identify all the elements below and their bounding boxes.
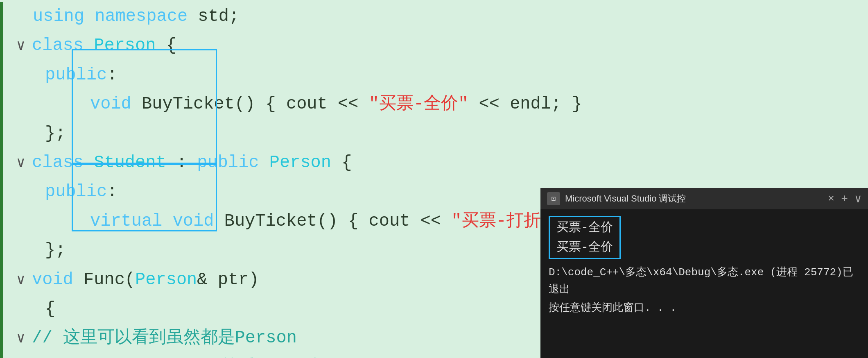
console-app-icon: ⊡ bbox=[547, 192, 560, 205]
kw-public3: public bbox=[45, 177, 107, 206]
kw-void3: void bbox=[32, 265, 73, 295]
console-title: Microsoft Visual Studio 调试控 bbox=[565, 193, 823, 205]
code-editor: using namespace std; ∨ class Person { pu… bbox=[0, 2, 868, 358]
kw-public1: public bbox=[45, 61, 107, 90]
collapse-comment-arrow[interactable]: ∨ bbox=[16, 326, 29, 351]
code-line-brace1: }; bbox=[8, 119, 860, 148]
code-line-buyticket1: void BuyTicket() { cout << "买票-全价" << en… bbox=[8, 90, 860, 119]
kw-ptr: ptr) bbox=[218, 265, 259, 295]
code-line-class-student: ∨ class Student : public Person { bbox=[8, 148, 860, 177]
console-body: 买票-全价 买票-全价 D:\code_C++\多态\x64\Debug\多态.… bbox=[540, 209, 868, 324]
kw-void2: void bbox=[173, 207, 214, 236]
fn-buyticket2: BuyTicket() bbox=[224, 207, 338, 236]
plus-icon[interactable]: + bbox=[841, 193, 848, 205]
comment-text1: // 这里可以看到虽然都是Person bbox=[32, 324, 297, 353]
code-line-class-person: ∨ class Person { bbox=[8, 31, 860, 60]
console-output-box: 买票-全价 买票-全价 bbox=[549, 216, 621, 259]
close-brace1: }; bbox=[45, 119, 66, 148]
kw-virtual: virtual bbox=[90, 207, 162, 236]
fn-buyticket1: BuyTicket() bbox=[142, 90, 255, 119]
console-line2: 买票-全价 bbox=[556, 238, 613, 257]
console-titlebar: ⊡ Microsoft Visual Studio 调试控 × + ∨ bbox=[540, 188, 868, 209]
kw-class2: class bbox=[32, 148, 84, 177]
brace2: { bbox=[266, 90, 276, 119]
console-hint: 按任意键关闭此窗口. . . bbox=[549, 300, 860, 317]
str-discount: "买票-打折" bbox=[451, 207, 551, 236]
comment-text2: // 但是跟ptr没关系，而是由ptr bbox=[90, 353, 355, 358]
kw-cout1: cout bbox=[286, 90, 328, 119]
brace-open1: { bbox=[166, 31, 176, 60]
code-line-using: using namespace std; bbox=[8, 2, 860, 31]
open-brace3: { bbox=[45, 295, 55, 324]
str-fullprice: "买票-全价" bbox=[369, 90, 469, 119]
collapse-func-arrow[interactable]: ∨ bbox=[16, 268, 29, 293]
code-line-public1: public: bbox=[8, 61, 860, 90]
collapse-person-arrow[interactable]: ∨ bbox=[16, 34, 29, 59]
kw-void1: void bbox=[90, 90, 131, 119]
kw-class1: class bbox=[32, 31, 84, 60]
kw-public2: public bbox=[197, 148, 259, 177]
kw-endl1: endl; bbox=[510, 90, 561, 119]
console-path: D:\code_C++\多态\x64\Debug\多态.exe (进程 2577… bbox=[549, 264, 860, 298]
kw-namespace: namespace bbox=[95, 2, 188, 31]
kw-cout2: cout bbox=[369, 207, 410, 236]
collapse-student-arrow[interactable]: ∨ bbox=[16, 151, 29, 176]
kw-person2: Person bbox=[269, 148, 331, 177]
vs-icon: ⊡ bbox=[552, 194, 556, 203]
close-brace2: }; bbox=[45, 236, 66, 265]
console-controls[interactable]: × + ∨ bbox=[828, 192, 861, 206]
kw-std: std; bbox=[198, 2, 239, 31]
kw-person3: Person bbox=[135, 265, 197, 295]
console-window: ⊡ Microsoft Visual Studio 调试控 × + ∨ 买票-全… bbox=[540, 188, 868, 358]
chevron-down-icon[interactable]: ∨ bbox=[854, 192, 861, 206]
close-icon[interactable]: × bbox=[828, 193, 835, 205]
console-line1: 买票-全价 bbox=[556, 218, 613, 238]
fn-func: Func( bbox=[84, 265, 135, 295]
left-green-bar bbox=[0, 2, 3, 358]
kw-person: Person bbox=[94, 31, 156, 60]
kw-student: Student bbox=[94, 148, 166, 177]
kw-using: using bbox=[33, 2, 84, 31]
